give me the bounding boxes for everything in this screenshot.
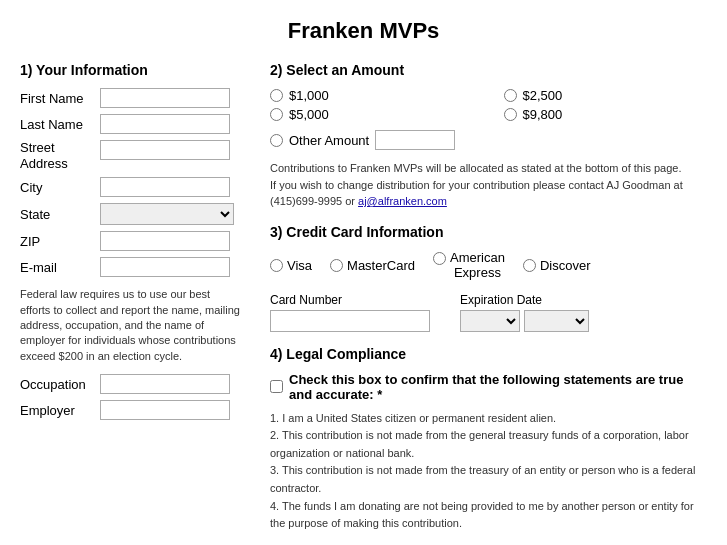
email-label: E-mail — [20, 260, 100, 275]
amount-other-radio[interactable] — [270, 134, 283, 147]
discover-radio[interactable] — [523, 259, 536, 272]
state-label: State — [20, 207, 100, 222]
compliance-title: 4) Legal Compliance — [270, 346, 707, 362]
compliance-check-label: Check this box to confirm that the follo… — [289, 372, 707, 402]
exp-year-select[interactable]: 2009201020112012 2013201420152016 — [524, 310, 589, 332]
statement-2: 2. This contribution is not made from th… — [270, 427, 707, 462]
occupation-label: Occupation — [20, 377, 100, 392]
zip-label: ZIP — [20, 234, 100, 249]
employer-input[interactable] — [100, 400, 230, 420]
contribution-note: Contributions to Franken MVPs will be al… — [270, 160, 690, 210]
contact-email-link[interactable]: aj@alfranken.com — [358, 195, 447, 207]
occupation-input[interactable] — [100, 374, 230, 394]
amount-2500-label: $2,500 — [523, 88, 563, 103]
discover-label: Discover — [540, 258, 591, 273]
visa-radio[interactable] — [270, 259, 283, 272]
expiration-label: Expiration Date — [460, 293, 589, 307]
statement-4: 4. The funds I am donating are not being… — [270, 498, 707, 533]
card-number-label: Card Number — [270, 293, 430, 307]
federal-law-text: Federal law requires us to use our best … — [20, 287, 240, 364]
cc-title: 3) Credit Card Information — [270, 224, 707, 240]
compliance-statements: 1. I am a United States citizen or perma… — [270, 410, 707, 533]
last-name-input[interactable] — [100, 114, 230, 134]
visa-label: Visa — [287, 258, 312, 273]
first-name-label: First Name — [20, 91, 100, 106]
amount-1000-label: $1,000 — [289, 88, 329, 103]
amount-9800-radio[interactable] — [504, 108, 517, 121]
mastercard-label: MasterCard — [347, 258, 415, 273]
amount-5000-radio[interactable] — [270, 108, 283, 121]
your-info-title: 1) Your Information — [20, 62, 240, 78]
amex-label: AmericanExpress — [450, 250, 505, 281]
city-label: City — [20, 180, 100, 195]
amount-title: 2) Select an Amount — [270, 62, 707, 78]
first-name-input[interactable] — [100, 88, 230, 108]
last-name-label: Last Name — [20, 117, 100, 132]
compliance-checkbox[interactable] — [270, 380, 283, 393]
email-input[interactable] — [100, 257, 230, 277]
employer-label: Employer — [20, 403, 100, 418]
amex-radio[interactable] — [433, 252, 446, 265]
statement-3: 3. This contribution is not made from th… — [270, 462, 707, 497]
amount-2500-radio[interactable] — [504, 89, 517, 102]
other-amount-input[interactable] — [375, 130, 455, 150]
exp-month-select[interactable]: 01020304 05060708 09101112 — [460, 310, 520, 332]
state-select[interactable]: ALAKAZAR CACOCTDE FLGAHIID ILINIAKS KYLA… — [100, 203, 234, 225]
amount-1000-radio[interactable] — [270, 89, 283, 102]
zip-input[interactable] — [100, 231, 230, 251]
amount-5000-label: $5,000 — [289, 107, 329, 122]
street-address-label: StreetAddress — [20, 140, 100, 171]
amount-9800-label: $9,800 — [523, 107, 563, 122]
statement-1: 1. I am a United States citizen or perma… — [270, 410, 707, 428]
card-number-input[interactable] — [270, 310, 430, 332]
page-title: Franken MVPs — [20, 18, 707, 44]
mastercard-radio[interactable] — [330, 259, 343, 272]
street-address-input[interactable] — [100, 140, 230, 160]
other-amount-label: Other Amount — [289, 133, 369, 148]
city-input[interactable] — [100, 177, 230, 197]
